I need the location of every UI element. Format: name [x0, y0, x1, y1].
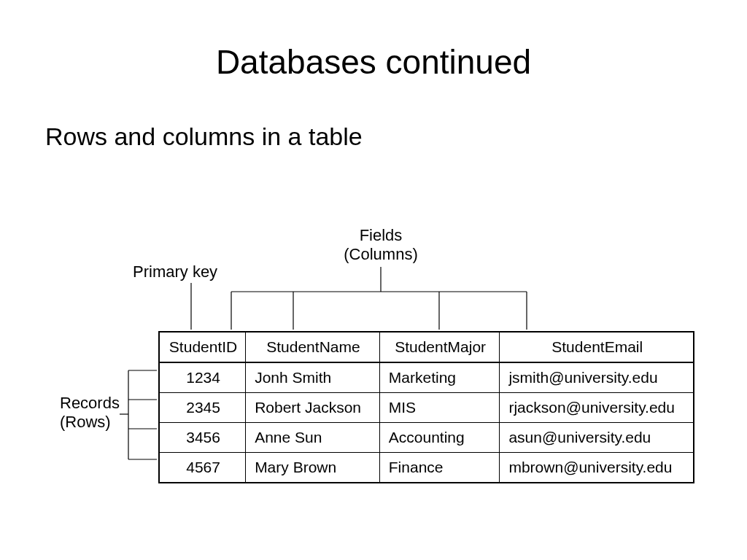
- label-fields-line1: Fields: [360, 226, 403, 244]
- page-title: Databases continued: [0, 42, 747, 82]
- header-student-major: StudentMajor: [379, 332, 500, 362]
- label-primary-key: Primary key: [133, 262, 217, 281]
- label-fields: Fields (Columns): [337, 226, 425, 265]
- label-records-line1: Records: [60, 394, 120, 412]
- table-row: 1234 Jonh Smith Marketing jsmith@univers…: [159, 362, 694, 393]
- header-student-name: StudentName: [246, 332, 380, 362]
- page-subtitle: Rows and columns in a table: [45, 122, 363, 151]
- slide: Databases continued Rows and columns in …: [0, 0, 747, 560]
- header-student-id: StudentID: [159, 332, 246, 362]
- cell-major: Marketing: [379, 362, 500, 393]
- cell-name: Jonh Smith: [246, 362, 380, 393]
- cell-name: Robert Jackson: [246, 393, 380, 423]
- label-records-line2: (Rows): [60, 413, 111, 431]
- cell-id: 3456: [159, 423, 246, 453]
- cell-email: rjackson@university.edu: [500, 393, 694, 423]
- cell-major: MIS: [379, 393, 500, 423]
- table-row: 3456 Anne Sun Accounting asun@university…: [159, 423, 694, 453]
- cell-email: mbrown@university.edu: [500, 453, 694, 483]
- cell-major: Accounting: [379, 423, 500, 453]
- cell-name: Mary Brown: [246, 453, 380, 483]
- cell-id: 1234: [159, 362, 246, 393]
- table-header-row: StudentID StudentName StudentMajor Stude…: [159, 332, 694, 362]
- table-row: 4567 Mary Brown Finance mbrown@universit…: [159, 453, 694, 483]
- cell-name: Anne Sun: [246, 423, 380, 453]
- student-table: StudentID StudentName StudentMajor Stude…: [158, 331, 694, 483]
- header-student-email: StudentEmail: [500, 332, 694, 362]
- cell-id: 4567: [159, 453, 246, 483]
- cell-email: asun@university.edu: [500, 423, 694, 453]
- cell-major: Finance: [379, 453, 500, 483]
- cell-id: 2345: [159, 393, 246, 423]
- label-records: Records (Rows): [60, 394, 120, 432]
- label-fields-line2: (Columns): [344, 245, 417, 263]
- table-row: 2345 Robert Jackson MIS rjackson@univers…: [159, 393, 694, 423]
- table-diagram: Primary key Fields (Columns) Records (Ro…: [60, 226, 694, 489]
- cell-email: jsmith@university.edu: [500, 362, 694, 393]
